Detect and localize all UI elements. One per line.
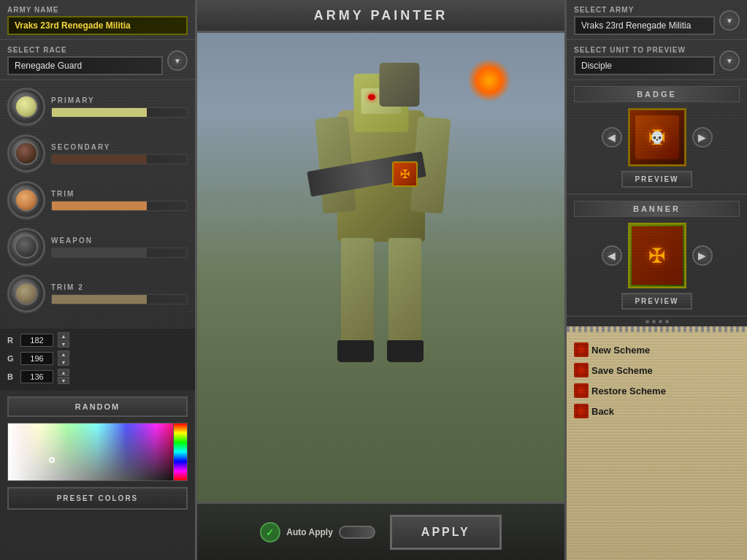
banner-inner: ✠ [632, 226, 683, 285]
preset-colors-button[interactable]: PRESET COLORS [7, 487, 188, 510]
badge-prev-btn[interactable]: ◀ [602, 127, 622, 147]
back-button[interactable]: Back [574, 404, 740, 418]
r-label: R [7, 336, 16, 345]
color-gradient-picker[interactable] [7, 423, 186, 481]
select-army-input[interactable] [574, 16, 715, 35]
trim-color-bar[interactable] [51, 201, 188, 211]
race-input[interactable] [7, 56, 163, 75]
trim2-color-dial[interactable] [7, 275, 45, 312]
new-scheme-label: New Scheme [591, 345, 650, 356]
color-picker-wrapper [7, 423, 188, 481]
banner-symbol: ✠ [648, 244, 665, 268]
primary-color-dial[interactable] [7, 88, 45, 126]
badge-skull: 💀 [650, 131, 664, 145]
restore-scheme-button[interactable]: Restore Scheme [574, 383, 740, 398]
color-slot-primary: PRIMARY [7, 88, 188, 126]
select-army-wrap: Select Army [574, 6, 715, 35]
badge-right-arrow-icon: ▶ [698, 131, 706, 143]
secondary-color-bar[interactable] [51, 154, 188, 164]
auto-apply-check-icon: ✓ [260, 522, 280, 542]
select-unit-dropdown-btn[interactable]: ▼ [719, 50, 740, 71]
badge-preview-btn[interactable]: PREVIEW [621, 171, 692, 188]
b-label: B [7, 372, 16, 381]
rgb-controls: R ▲ ▼ G ▲ ▼ B ▲ ▼ [0, 329, 195, 391]
g-value-input[interactable] [20, 352, 53, 365]
color-slot-trim: TRIM [7, 181, 188, 219]
badge-next-btn[interactable]: ▶ [692, 127, 713, 147]
b-up-btn[interactable]: ▲ [58, 369, 69, 376]
center-area: ARMY PAINTER [197, 0, 564, 560]
select-unit-wrap: Select Unit to Preview [574, 46, 715, 75]
save-scheme-icon [574, 363, 589, 377]
unit-viewport: ✠ [197, 33, 564, 502]
banner-section-title: BANNER [574, 201, 740, 217]
race-dropdown-btn[interactable]: ▼ [167, 50, 188, 71]
secondary-slot-label: SECONDARY [51, 143, 188, 151]
badge-section-title: BADGE [574, 86, 740, 102]
select-army-label: Select Army [574, 6, 715, 14]
secondary-color-dial[interactable] [7, 134, 45, 172]
color-slot-weapon: WEAPON [7, 228, 188, 266]
army-name-input[interactable] [7, 16, 188, 35]
random-button[interactable]: RANDOM [7, 396, 188, 417]
b-down-btn[interactable]: ▼ [58, 377, 69, 384]
dot-2 [652, 320, 656, 323]
g-down-btn[interactable]: ▼ [58, 358, 69, 366]
secondary-dial-inner [15, 142, 38, 165]
trim-color-dial[interactable] [7, 181, 45, 219]
soldier-right-boot [387, 340, 424, 362]
race-section: Select Race ▼ [0, 40, 195, 80]
dropdown-arrow-icon: ▼ [174, 57, 181, 65]
weapon-bar-fill [52, 248, 147, 257]
color-hue-strip[interactable] [173, 423, 188, 481]
dot-3 [659, 320, 662, 323]
save-scheme-button[interactable]: Save Scheme [574, 363, 740, 377]
badge-image: ✠ 💀 [628, 108, 686, 166]
race-label: Select Race [7, 46, 163, 54]
r-up-btn[interactable]: ▲ [58, 332, 69, 340]
rgb-row-g: G ▲ ▼ [7, 350, 188, 366]
select-unit-label: Select Unit to Preview [574, 46, 715, 54]
left-panel: Army Name Select Race ▼ PRIMARY [0, 0, 197, 560]
dots-decoration [567, 317, 747, 326]
badge-left-arrow-icon: ◀ [608, 131, 616, 143]
trim2-dial-inner [15, 282, 38, 305]
restore-scheme-icon [574, 383, 589, 398]
color-slot-secondary: SECONDARY [7, 134, 188, 172]
color-slot-trim2: TRIM 2 [7, 275, 188, 312]
g-spinner: ▲ ▼ [58, 350, 69, 366]
weapon-dial-inner [15, 235, 38, 258]
soldier-right-leg [388, 238, 421, 348]
scheme-top-spacer [574, 334, 740, 342]
auto-apply-wrap: ✓ Auto Apply [260, 522, 375, 542]
banner-next-btn[interactable]: ▶ [692, 245, 713, 266]
badge-inner: ✠ 💀 [630, 110, 684, 164]
soldier-chest-badge: ✠ [392, 161, 418, 187]
trim2-color-bar[interactable] [51, 294, 188, 304]
trim2-slot-label: TRIM 2 [51, 283, 188, 291]
b-value-input[interactable] [20, 370, 53, 383]
apply-button[interactable]: APPLY [390, 515, 502, 550]
color-picker-dot [49, 457, 55, 463]
trim2-slot-info: TRIM 2 [51, 283, 188, 304]
select-army-dropdown-btn[interactable]: ▼ [719, 10, 740, 31]
army-name-section: Army Name [0, 0, 195, 40]
right-panel: Select Army ▼ Select Unit to Preview ▼ B… [564, 0, 747, 560]
banner-preview-btn[interactable]: PREVIEW [621, 293, 692, 310]
weapon-color-dial[interactable] [7, 228, 45, 266]
auto-apply-toggle[interactable] [339, 526, 375, 539]
g-up-btn[interactable]: ▲ [58, 350, 69, 358]
weapon-color-bar[interactable] [51, 248, 188, 258]
dot-4 [665, 320, 669, 323]
select-unit-section: Select Unit to Preview ▼ [567, 40, 747, 80]
primary-color-bar[interactable] [51, 107, 188, 118]
new-scheme-button[interactable]: New Scheme [574, 342, 740, 357]
r-down-btn[interactable]: ▼ [58, 340, 69, 348]
select-unit-input[interactable] [574, 56, 715, 75]
r-value-input[interactable] [20, 334, 53, 347]
color-slots-container: PRIMARY SECONDARY [0, 80, 195, 329]
badge-section: BADGE ◀ ✠ 💀 ▶ [567, 80, 747, 195]
auto-apply-label: Auto Apply [286, 527, 333, 537]
save-scheme-label: Save Scheme [591, 365, 653, 376]
banner-prev-btn[interactable]: ◀ [602, 245, 622, 266]
